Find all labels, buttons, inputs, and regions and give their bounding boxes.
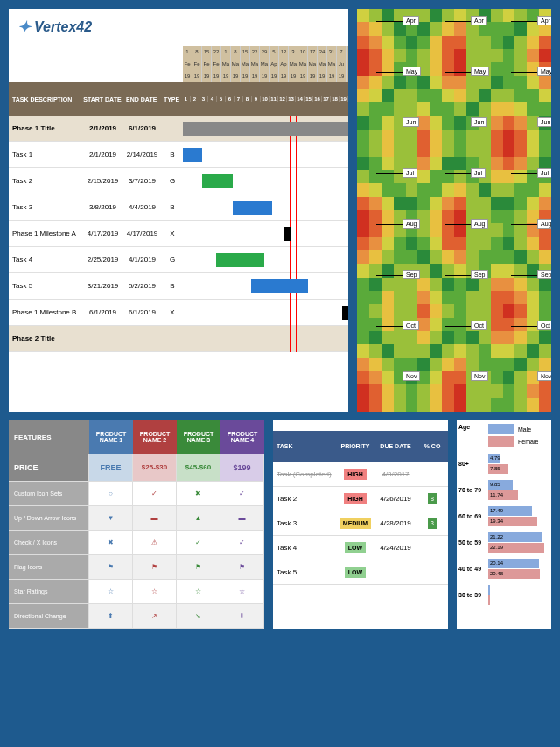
- task-priority: HIGH: [336, 469, 374, 480]
- timeline-cell: 19: [260, 70, 270, 82]
- heat-cell: [417, 170, 430, 183]
- legend-female-label: Female: [518, 439, 538, 445]
- gantt-bar[interactable]: [251, 279, 308, 293]
- heat-cell: [527, 89, 539, 102]
- heat-cell: [491, 130, 503, 143]
- heatmap-month-label: May: [537, 67, 551, 76]
- heat-cell: [442, 49, 454, 62]
- heatmap-line: [376, 72, 402, 73]
- week-num: 19: [340, 96, 348, 102]
- feature-icon: ⚑: [133, 555, 177, 579]
- heat-cell: [527, 304, 539, 317]
- feature-icon: ⚠: [133, 531, 177, 554]
- heat-cell: [442, 170, 454, 183]
- heat-cell: [406, 384, 418, 398]
- pyramid-bar-male: 4.79: [488, 454, 500, 463]
- heat-cell: [442, 237, 454, 250]
- heatmap-line: [444, 275, 471, 276]
- product-4-header: PRODUCT NAME 4: [220, 420, 264, 454]
- heat-cell: [394, 143, 406, 156]
- heat-cell: [417, 384, 430, 398]
- gantt-end: 6/1/2019: [122, 308, 162, 316]
- gantt-row[interactable]: Phase 1 Milestone B 6/1/2019 6/1/2019 X: [9, 300, 348, 326]
- heat-cell: [479, 398, 491, 412]
- heat-cell: [357, 384, 369, 398]
- heat-cell: [527, 130, 539, 143]
- feature-row: Flag Icons ⚑ ⚑ ⚑ ⚑: [9, 555, 264, 580]
- gantt-bar-area: [183, 221, 348, 246]
- gantt-row[interactable]: Task 5 3/21/2019 5/2/2019 B: [9, 273, 348, 300]
- feature-label: Flag Icons: [9, 555, 89, 579]
- heat-cell: [454, 344, 466, 357]
- heat-cell: [479, 102, 491, 116]
- gantt-bar[interactable]: [202, 174, 233, 188]
- heat-cell: [442, 197, 454, 210]
- price-4: $199: [220, 454, 264, 481]
- gantt-row[interactable]: Task 2 2/15/2019 3/7/2019 G: [9, 168, 348, 194]
- heat-cell: [369, 384, 382, 398]
- task-name: Task (Completed): [273, 470, 336, 478]
- heatmap-line: [376, 224, 402, 225]
- heat-cell: [466, 89, 479, 102]
- gantt-bar[interactable]: [183, 148, 202, 162]
- feature-icon: ↗: [133, 604, 177, 628]
- timeline-cell: Fe: [212, 58, 221, 70]
- heat-cell: [539, 250, 551, 264]
- heat-cell: [491, 76, 503, 89]
- feature-icon: ✓: [220, 531, 264, 554]
- heat-cell: [382, 102, 394, 116]
- timeline-cell: 19: [289, 70, 298, 82]
- heat-cell: [503, 344, 515, 357]
- gantt-bar[interactable]: [216, 253, 264, 267]
- heatmap-panel: AprAprAprMayMayMayJunJunJunJulJulJulAugA…: [357, 9, 551, 412]
- gantt-end: 4/1/2019: [122, 256, 162, 264]
- heat-cell: [430, 22, 442, 35]
- product-3-header: PRODUCT NAME 3: [177, 420, 220, 454]
- heat-cell: [503, 183, 515, 196]
- gantt-bar[interactable]: [284, 227, 290, 241]
- heat-cell: [357, 358, 369, 371]
- task-row[interactable]: Task 5 LOW: [273, 560, 448, 585]
- task-row[interactable]: Task (Completed) HIGH 4/3/2017: [273, 462, 448, 487]
- gantt-bar[interactable]: [233, 201, 272, 215]
- heat-cell: [466, 304, 479, 317]
- gantt-row[interactable]: Task 3 3/8/2019 4/4/2019 B: [9, 194, 348, 221]
- gantt-row[interactable]: Phase 1 Title 2/1/2019 6/1/2019: [9, 116, 348, 142]
- heat-cell: [382, 223, 394, 236]
- heat-cell: [394, 358, 406, 371]
- gantt-row[interactable]: Phase 1 Milestone A 4/17/2019 4/17/2019 …: [9, 221, 348, 247]
- heatmap-line: [511, 173, 537, 174]
- heat-cell: [454, 278, 466, 291]
- pyramid-age-label: 30 to 39: [457, 592, 488, 598]
- logo-icon: ✦: [18, 18, 31, 37]
- task-header-row: TASK PRIORITY DUE DATE % CO: [273, 431, 448, 462]
- gantt-row[interactable]: Task 4 2/25/2019 4/1/2019 G: [9, 247, 348, 273]
- heat-cell: [357, 398, 369, 412]
- task-name: Task 4: [273, 544, 336, 552]
- task-row[interactable]: Task 2 HIGH 4/26/2019 8: [273, 487, 448, 511]
- heat-cell: [527, 250, 539, 264]
- heatmap-line: [376, 275, 402, 276]
- heat-cell: [454, 318, 466, 331]
- gantt-start: 4/17/2019: [83, 229, 122, 237]
- heat-cell: [394, 89, 406, 102]
- heat-cell: [382, 210, 394, 223]
- heat-cell: [527, 36, 539, 49]
- gantt-bar[interactable]: [342, 306, 348, 320]
- week-num: 7: [234, 96, 243, 102]
- task-row[interactable]: Task 3 MEDIUM 4/28/2019 3: [273, 511, 448, 536]
- gantt-row[interactable]: Phase 2 Title: [9, 326, 348, 352]
- heat-cell: [454, 143, 466, 156]
- timeline-cell: 22: [212, 46, 221, 58]
- heat-cell: [514, 237, 527, 250]
- heat-cell: [479, 237, 491, 250]
- heat-cell: [357, 157, 369, 170]
- heat-cell: [491, 183, 503, 196]
- heat-cell: [417, 157, 430, 170]
- task-row[interactable]: Task 4 LOW 4/24/2019: [273, 536, 448, 560]
- gantt-bar[interactable]: [183, 122, 348, 136]
- heat-cell: [539, 344, 551, 357]
- heat-cell: [539, 304, 551, 317]
- heat-cell: [527, 384, 539, 398]
- gantt-row[interactable]: Task 1 2/1/2019 2/14/2019 B: [9, 142, 348, 168]
